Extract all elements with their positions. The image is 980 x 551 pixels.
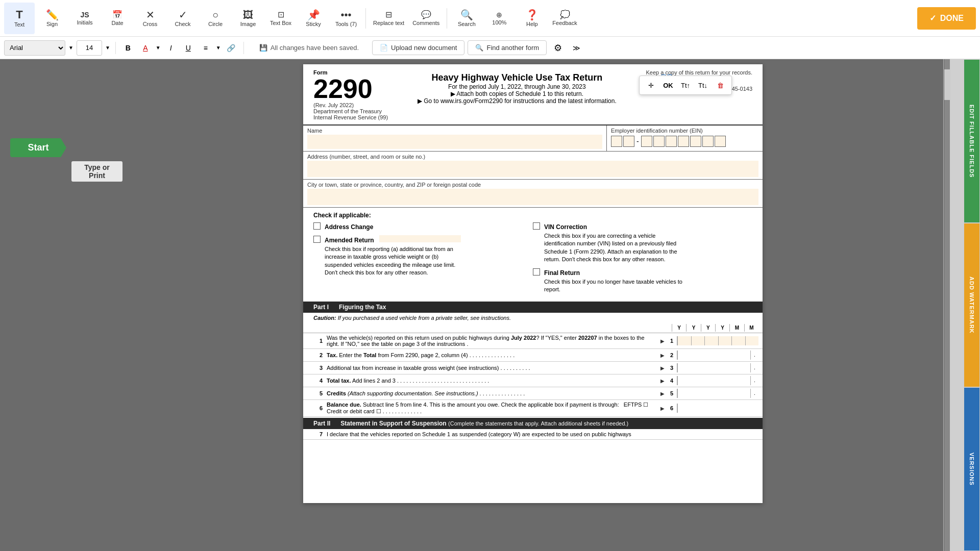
text-color-button[interactable]: A [138, 41, 153, 55]
ein-box-9[interactable] [715, 136, 726, 147]
upload-icon: 📄 [380, 44, 388, 52]
ein-box-5[interactable] [666, 136, 677, 147]
ein-box-8[interactable] [702, 136, 714, 147]
check-tool[interactable]: ✓ Check [167, 3, 198, 34]
circle-tool[interactable]: ○ Circle [200, 3, 231, 34]
part1-title: Figuring the Tax [339, 304, 386, 311]
row-4-input[interactable] [677, 376, 750, 385]
ein-box-2[interactable] [623, 136, 634, 147]
sign-tool[interactable]: ✏️ Sign [37, 3, 67, 34]
vin-correction-checkbox[interactable] [533, 222, 540, 230]
versions-tab[interactable]: VERSIONS [964, 387, 980, 551]
tax-row-4: 4 Total tax. Add lines 2 and 3 . . . . .… [303, 374, 763, 387]
underline-button[interactable]: U [181, 41, 195, 55]
settings-button[interactable]: ⚙ [550, 40, 566, 56]
address-input[interactable] [307, 161, 758, 177]
zoom-tool[interactable]: ⊕ 100% [484, 3, 514, 34]
float-ok-btn[interactable]: OK [661, 78, 675, 92]
textbox-icon: ⊡ [278, 11, 284, 19]
cross-tool[interactable]: ✕ Cross [135, 3, 165, 34]
zoom-icon: ⊕ [496, 11, 502, 18]
ein-box-7[interactable] [690, 136, 701, 147]
font-size-input[interactable] [77, 40, 102, 56]
image-tool[interactable]: 🖼 Image [233, 3, 263, 34]
form-attach: ▶ Attach both copies of Schedule 1 to th… [393, 90, 641, 97]
row-4-label: 4 [667, 378, 677, 384]
amended-return-input[interactable] [379, 235, 461, 242]
align-button[interactable]: ≡ [199, 41, 213, 55]
float-move-btn[interactable]: ✛ [644, 78, 658, 92]
row-2-input[interactable] [677, 350, 750, 360]
float-delete-btn[interactable]: 🗑 [713, 78, 727, 92]
edit-fillable-tab[interactable]: EDIT FILLABLE FIELDS [964, 59, 980, 223]
font-select[interactable]: Arial [4, 40, 65, 56]
link-button[interactable]: 🔗 [224, 41, 238, 55]
upload-button[interactable]: 📄 Upload new document [372, 40, 464, 55]
bold-button[interactable]: B [121, 41, 135, 55]
start-badge[interactable]: Start [10, 138, 66, 157]
row-3-input[interactable] [677, 363, 750, 372]
name-input[interactable] [307, 135, 602, 149]
ein-box-1[interactable] [611, 136, 622, 147]
row-4-desc: Total tax. Add lines 2 and 3 . . . . . .… [323, 378, 660, 384]
amended-return-checkbox[interactable] [313, 236, 321, 243]
ein-box-4[interactable] [653, 136, 665, 147]
part2-label: Part II [313, 420, 330, 427]
city-input[interactable] [307, 189, 758, 205]
scrollbar[interactable] [944, 59, 950, 551]
ein-box-3[interactable] [641, 136, 652, 147]
search-tool[interactable]: 🔍 Search [451, 3, 482, 34]
address-row: Address (number, street, and room or sui… [303, 152, 763, 180]
row-5-input[interactable] [677, 389, 750, 398]
float-size-up-btn[interactable]: Tt↑ [678, 78, 693, 92]
more-options-button[interactable]: ≫ [569, 41, 583, 55]
check-applicable-label: Check if applicable: [303, 208, 763, 222]
done-checkmark-icon: ✓ [929, 13, 936, 23]
row-4-dot: . [750, 376, 758, 385]
col-h-y1: Y [672, 324, 686, 332]
col-headers: Y Y Y Y M M [672, 324, 758, 332]
row-1-input-5[interactable] [731, 336, 745, 345]
tools-more[interactable]: ••• Tools (7) [331, 3, 361, 34]
comments-tool[interactable]: 💬 Comments [409, 3, 443, 34]
row-1-input-2[interactable] [691, 336, 705, 345]
check-col-left: Address Change Amended Return Check this… [313, 222, 533, 297]
done-label: DONE [940, 14, 964, 23]
document-area[interactable]: ✛ OK Tt↑ Tt↓ 🗑 Form 2290 (Rev. July 2022… [122, 59, 943, 551]
date-tool[interactable]: 📅 Date [102, 3, 133, 34]
float-size-down-btn[interactable]: Tt↓ [696, 78, 710, 92]
row-1-input-1[interactable] [677, 336, 691, 345]
form-header: Form 2290 (Rev. July 2022) Department of… [303, 64, 763, 126]
text-tool[interactable]: T Text [4, 3, 35, 34]
scrollbar-thumb[interactable] [944, 69, 950, 100]
type-print-text: Type or Print [84, 163, 110, 180]
comments-label: Comments [412, 20, 439, 26]
help-tool[interactable]: ❓ Help [517, 3, 547, 34]
ein-box-6[interactable] [678, 136, 689, 147]
final-return-checkbox[interactable] [533, 268, 540, 276]
initials-tool[interactable]: JS Initials [69, 3, 100, 34]
saved-status-text: All changes have been saved. [271, 44, 359, 52]
add-watermark-tab[interactable]: ADD WATERMARK [964, 223, 980, 387]
tax-row-6: 6 Balance due. Subtract line 5 from line… [303, 400, 763, 417]
done-button[interactable]: ✓ DONE [917, 7, 976, 30]
row-1-input-3[interactable] [704, 336, 718, 345]
address-change-checkbox[interactable] [313, 222, 321, 230]
document-page: ✛ OK Tt↑ Tt↓ 🗑 Form 2290 (Rev. July 2022… [303, 64, 763, 503]
col-h-m1: M [729, 324, 744, 332]
find-form-button[interactable]: 🔍 Find another form [468, 40, 547, 55]
tax-row-3: 3 Additional tax from increase in taxabl… [303, 362, 763, 374]
form-title-block: Heavy Highway Vehicle Use Tax Return For… [393, 69, 641, 120]
row-1-input-4[interactable] [718, 336, 732, 345]
feedback-tool[interactable]: 💭 Feedback [549, 3, 580, 34]
textbox-tool[interactable]: ⊡ Text Box [265, 3, 296, 34]
secondary-sep-2 [243, 42, 244, 54]
sticky-tool[interactable]: 📌 Sticky [298, 3, 329, 34]
row-1-input-6[interactable] [745, 336, 759, 345]
replace-text-tool[interactable]: ⊟ Replace text [370, 3, 407, 34]
row-6-input[interactable] [677, 404, 758, 413]
tools-more-label: Tools (7) [335, 21, 357, 27]
circle-icon: ○ [212, 10, 218, 20]
row-7-desc: I declare that the vehicles reported on … [323, 431, 758, 437]
italic-button[interactable]: I [164, 41, 178, 55]
